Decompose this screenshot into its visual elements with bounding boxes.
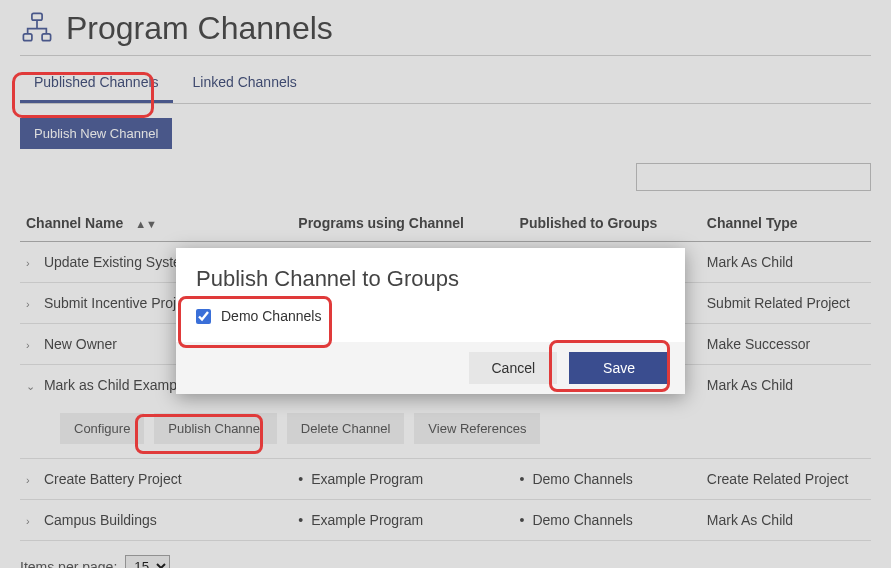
cell-name: New Owner [44, 336, 117, 352]
search-input[interactable] [636, 163, 871, 191]
group-option-row[interactable]: Demo Channels [196, 308, 665, 324]
cell-type: Mark As Child [701, 242, 871, 283]
svg-rect-0 [32, 13, 42, 20]
cell-name: Update Existing Syste [44, 254, 181, 270]
pager-select[interactable]: 15 [125, 555, 170, 568]
cell-name: Create Battery Project [44, 471, 182, 487]
row-actions: Configure Publish Channel Delete Channel… [20, 405, 871, 459]
pager-label: Items per page: [20, 559, 117, 569]
publish-to-groups-modal: Publish Channel to Groups Demo Channels … [176, 248, 685, 394]
hierarchy-icon [20, 10, 54, 47]
cell-type: Mark As Child [701, 365, 871, 406]
save-button[interactable]: Save [569, 352, 669, 384]
delete-channel-button[interactable]: Delete Channel [287, 413, 405, 444]
cell-programs: Example Program [292, 459, 513, 500]
col-programs[interactable]: Programs using Channel [292, 205, 513, 242]
view-references-button[interactable]: View References [414, 413, 540, 444]
sort-indicator-icon[interactable]: ▲▼ [135, 218, 157, 230]
table-row[interactable]: › Create Battery Project Example Program… [20, 459, 871, 500]
cell-type: Make Successor [701, 324, 871, 365]
chevron-right-icon[interactable]: › [26, 339, 40, 351]
cell-type: Submit Related Project [701, 283, 871, 324]
page-title: Program Channels [66, 10, 333, 47]
cell-name: Submit Incentive Proj [44, 295, 176, 311]
cell-programs: Example Program [292, 500, 513, 541]
table-row[interactable]: › Campus Buildings Example Program Demo … [20, 500, 871, 541]
chevron-down-icon[interactable]: ⌄ [26, 380, 40, 393]
col-groups[interactable]: Published to Groups [514, 205, 701, 242]
configure-button[interactable]: Configure [60, 413, 144, 444]
pager: Items per page: 15 [20, 555, 871, 568]
cell-name: Mark as Child Exampl [44, 377, 180, 393]
chevron-right-icon[interactable]: › [26, 257, 40, 269]
cell-groups: Demo Channels [514, 459, 701, 500]
chevron-right-icon[interactable]: › [26, 515, 40, 527]
group-option-label: Demo Channels [221, 308, 321, 324]
col-channel-name[interactable]: Channel Name [26, 215, 123, 231]
cancel-button[interactable]: Cancel [469, 352, 557, 384]
svg-rect-2 [42, 34, 51, 41]
cell-type: Create Related Project [701, 459, 871, 500]
publish-new-channel-button[interactable]: Publish New Channel [20, 118, 172, 149]
cell-name: Campus Buildings [44, 512, 157, 528]
divider [20, 55, 871, 56]
tabs: Published Channels Linked Channels [20, 64, 871, 104]
chevron-right-icon[interactable]: › [26, 474, 40, 486]
chevron-right-icon[interactable]: › [26, 298, 40, 310]
group-checkbox[interactable] [196, 309, 211, 324]
modal-title: Publish Channel to Groups [176, 248, 685, 302]
svg-rect-1 [23, 34, 32, 41]
publish-channel-button[interactable]: Publish Channel [154, 413, 277, 444]
cell-type: Mark As Child [701, 500, 871, 541]
col-type[interactable]: Channel Type [701, 205, 871, 242]
tab-linked-channels[interactable]: Linked Channels [179, 64, 311, 103]
tab-published-channels[interactable]: Published Channels [20, 64, 173, 103]
cell-groups: Demo Channels [514, 500, 701, 541]
